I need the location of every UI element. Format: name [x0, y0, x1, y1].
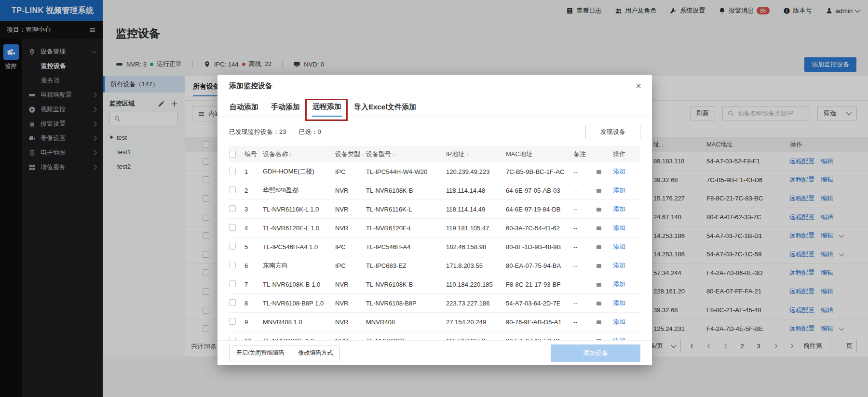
add-device-modal: 添加监控设备 × 自动添加手动添加远程添加导入Excel文件添加 已发现监控设备… — [217, 75, 652, 365]
modify-encode-button[interactable]: 修改编码方式 — [291, 345, 340, 361]
cell-ip: 223.73.227.186 — [446, 300, 506, 307]
cell-name: TL-NVR6120E-L 1.0 — [263, 225, 335, 232]
add-device-link[interactable]: 添加 — [613, 205, 640, 213]
cell-no: 6 — [244, 262, 263, 269]
cell-ip: 171.8.203.55 — [446, 262, 506, 269]
cell-note: -- — [573, 262, 597, 269]
lock-icon — [597, 245, 601, 249]
modal-table-row: 10TL-NVR6200E 1.0NVRTL-NVR6200E111.52.24… — [229, 331, 640, 341]
row-checkbox[interactable] — [229, 299, 236, 306]
cell-name: TL-NVR6108K-B 1.0 — [263, 281, 335, 288]
row-checkbox[interactable] — [229, 168, 236, 174]
cell-name: TL-NVR6116K-L 1.0 — [263, 206, 335, 213]
cell-note: -- — [573, 168, 597, 175]
col-mac: MAC地址 — [506, 150, 573, 159]
cell-model: TL-NVR6108K-B — [366, 187, 446, 194]
row-checkbox[interactable] — [229, 280, 236, 287]
modal-table-row: 6东南方向IPCTL-IPC683-EZ171.8.203.5580-EA-07… — [229, 256, 640, 275]
row-checkbox[interactable] — [229, 243, 236, 250]
modal-tab-导入Excel文件添加[interactable]: 导入Excel文件添加 — [353, 97, 417, 117]
cell-note: -- — [573, 300, 597, 307]
modal-device-table: 编号 设备名称↓ 设备类型↓ 设备型号↓ IP地址↓ MAC地址 备注 操作 1… — [229, 146, 640, 341]
found-devices-label: 已发现监控设备：23 — [229, 128, 286, 136]
modal-table-header: 编号 设备名称↓ 设备类型↓ 设备型号↓ IP地址↓ MAC地址 备注 操作 — [229, 146, 640, 162]
modal-table-body: 1GDH-HOME(二楼)IPCTL-IPC544H-W4-W20120.239… — [229, 162, 640, 341]
cell-mac: 60-3A-7C-54-41-62 — [506, 225, 573, 232]
row-checkbox[interactable] — [229, 224, 236, 231]
add-device-link[interactable]: 添加 — [613, 280, 640, 289]
cell-ip: 118.114.14.49 — [446, 206, 506, 213]
modal-header: 添加监控设备 × — [217, 75, 652, 97]
col-model: 设备型号↓ — [366, 150, 446, 159]
add-device-link[interactable]: 添加 — [613, 224, 640, 232]
cell-mac: F8-8C-21-17-93-BF — [506, 281, 573, 288]
modal-table-row: 4TL-NVR6120E-L 1.0NVRTL-NVR6120E-L119.18… — [229, 219, 640, 238]
lock-icon — [597, 208, 601, 212]
cell-no: 1 — [244, 168, 263, 175]
cell-note: -- — [573, 187, 597, 194]
cell-note: -- — [573, 206, 597, 213]
modal-footer: 开启/关闭智能编码 修改编码方式 添加设备 — [217, 340, 652, 365]
cell-model: TL-IPC546H-A4 — [366, 243, 446, 251]
lock-icon — [597, 264, 601, 268]
col-name: 设备名称↓ — [263, 150, 335, 159]
row-checkbox[interactable] — [229, 318, 236, 325]
cell-note: -- — [573, 225, 597, 232]
sort-icon[interactable]: ↓ — [362, 151, 365, 157]
cell-mac: 7C-B5-9B-BC-1F-AC — [506, 168, 573, 175]
lock-icon — [597, 189, 601, 193]
cell-type: NVR — [335, 281, 366, 288]
sort-icon[interactable]: ↓ — [393, 151, 395, 157]
modal-tab-远程添加[interactable]: 远程添加 — [312, 97, 342, 117]
col-ip: IP地址↓ — [446, 150, 506, 159]
selected-count-label: 已选：0 — [298, 128, 321, 136]
cell-type: NVR — [335, 187, 366, 194]
sort-icon[interactable]: ↓ — [289, 151, 292, 157]
cell-type: NVR — [335, 318, 366, 326]
row-checkbox[interactable] — [229, 262, 236, 268]
cell-name: 华熙528盈都 — [263, 186, 335, 195]
modal-summary-row: 已发现监控设备：23 已选：0 发现设备 — [229, 125, 640, 139]
row-checkbox[interactable] — [229, 186, 236, 193]
col-note: 备注 — [573, 150, 597, 159]
add-device-link[interactable]: 添加 — [613, 261, 640, 270]
cell-type: IPC — [335, 243, 366, 251]
cell-ip: 119.181.105.47 — [446, 225, 506, 232]
cell-type: NVR — [335, 225, 366, 232]
lock-icon — [597, 283, 601, 287]
cell-mac: 54-A7-03-64-2D-7E — [506, 300, 573, 307]
cell-ip: 110.184.220.185 — [446, 281, 506, 288]
add-devices-submit-button[interactable]: 添加设备 — [551, 344, 640, 362]
cell-model: TL-NVR6108K-B — [366, 281, 446, 288]
discover-devices-button[interactable]: 发现设备 — [585, 125, 640, 139]
cell-no: 2 — [244, 187, 263, 194]
cell-no: 3 — [244, 206, 263, 213]
cell-model: MNVR408 — [366, 318, 446, 326]
modal-tab-自动添加[interactable]: 自动添加 — [229, 97, 259, 117]
cell-no: 5 — [244, 243, 263, 251]
col-no: 编号 — [244, 150, 263, 159]
add-device-link[interactable]: 添加 — [613, 318, 640, 326]
cell-model: TL-NVR6120E-L — [366, 225, 446, 232]
add-device-link[interactable]: 添加 — [613, 242, 640, 251]
modal-tab-手动添加[interactable]: 手动添加 — [271, 97, 300, 117]
modal-table-row: 5TL-IPC546H-A4 1.0IPCTL-IPC546H-A4182.46… — [229, 238, 640, 256]
cell-type: IPC — [335, 168, 366, 175]
app-root: TP-LINK 视频管理系统 查看日志用户及角色系统设置报警消息85版本号adm… — [0, 0, 868, 397]
cell-note: -- — [573, 318, 597, 326]
cell-mac: 80-EA-07-75-94-BA — [506, 262, 573, 269]
cell-ip: 27.154.20.249 — [446, 318, 506, 326]
sort-icon[interactable]: ↓ — [466, 151, 469, 157]
row-checkbox[interactable] — [229, 205, 236, 212]
add-device-link[interactable]: 添加 — [613, 299, 640, 307]
modal-table-row: 9MNVR408 1.0NVRMNVR40827.154.20.24990-76… — [229, 313, 640, 331]
add-device-link[interactable]: 添加 — [613, 167, 640, 176]
close-icon[interactable]: × — [636, 81, 641, 91]
select-all-checkbox[interactable] — [229, 151, 236, 158]
cell-name: 东南方向 — [263, 261, 335, 270]
toggle-smart-encode-button[interactable]: 开启/关闭智能编码 — [229, 345, 291, 361]
col-type: 设备类型↓ — [335, 150, 366, 159]
cell-note: -- — [573, 281, 597, 288]
add-device-link[interactable]: 添加 — [613, 186, 640, 195]
cell-name: TL-IPC546H-A4 1.0 — [263, 243, 335, 251]
